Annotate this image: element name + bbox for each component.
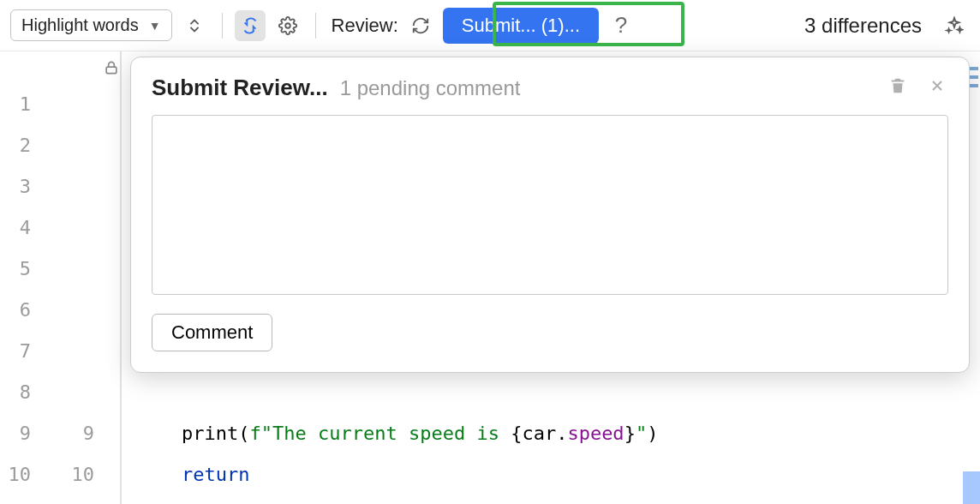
line-number [45, 331, 94, 372]
line-number: 5 [0, 249, 31, 290]
line-number: 6 [0, 290, 31, 331]
line-number [45, 125, 94, 166]
line-number: 8 [0, 372, 31, 413]
highlight-mode-label: Highlight words [21, 15, 139, 35]
help-button[interactable]: ? [606, 10, 636, 41]
code-line-9: print(f"The current speed is {car.speed}… [122, 413, 980, 454]
settings-button[interactable] [272, 10, 303, 41]
review-label: Review: [332, 15, 398, 37]
svg-rect-1 [106, 67, 117, 74]
line-number [45, 166, 94, 207]
toolbar-separator [222, 13, 223, 39]
chevron-down-icon: ▼ [149, 19, 161, 33]
highlight-mode-dropdown[interactable]: Highlight words ▼ [10, 9, 172, 41]
line-number [45, 249, 94, 290]
sync-scroll-button[interactable] [235, 10, 266, 41]
comment-button[interactable]: Comment [152, 314, 272, 351]
line-number: 11 [45, 495, 94, 504]
refresh-button[interactable] [405, 10, 436, 41]
line-number: 2 [0, 125, 31, 166]
overview-ruler[interactable] [968, 51, 980, 504]
submit-review-popup: Submit Review... 1 pending comment Comme… [130, 57, 970, 373]
close-popup-button[interactable] [926, 75, 948, 97]
line-number [45, 84, 94, 125]
toolbar-separator [315, 13, 316, 39]
diff-toolbar: Highlight words ▼ Review: Submit... (1).… [0, 0, 980, 51]
right-gutter: 9 10 11 [45, 51, 122, 504]
popup-title: Submit Review... [152, 75, 328, 101]
discard-draft-button[interactable] [887, 75, 909, 97]
review-comment-input[interactable] [152, 115, 948, 295]
left-gutter: 1 2 3 4 5 6 7 8 9 10 11 [0, 51, 45, 504]
line-number: 4 [0, 207, 31, 249]
submit-review-button[interactable]: Submit... (1)... [443, 8, 599, 44]
ai-sparkle-button[interactable] [939, 10, 970, 41]
readonly-lock-icon [103, 53, 120, 82]
line-number: 1 [0, 84, 31, 125]
line-number: 3 [0, 166, 31, 207]
code-line-10: return [122, 454, 980, 495]
collapse-unchanged-button[interactable] [179, 10, 210, 41]
svg-point-0 [285, 23, 290, 28]
popup-subtitle: 1 pending comment [340, 76, 521, 100]
line-number: 9 [0, 413, 31, 454]
line-number [45, 207, 94, 249]
differences-count: 3 differences [804, 14, 922, 38]
line-number: 10 [45, 454, 94, 495]
line-number: 11 [0, 495, 31, 504]
line-number [45, 372, 94, 413]
line-number: 9 [45, 413, 94, 454]
line-number: 7 [0, 331, 31, 372]
line-number [45, 290, 94, 331]
line-number: 10 [0, 454, 31, 495]
